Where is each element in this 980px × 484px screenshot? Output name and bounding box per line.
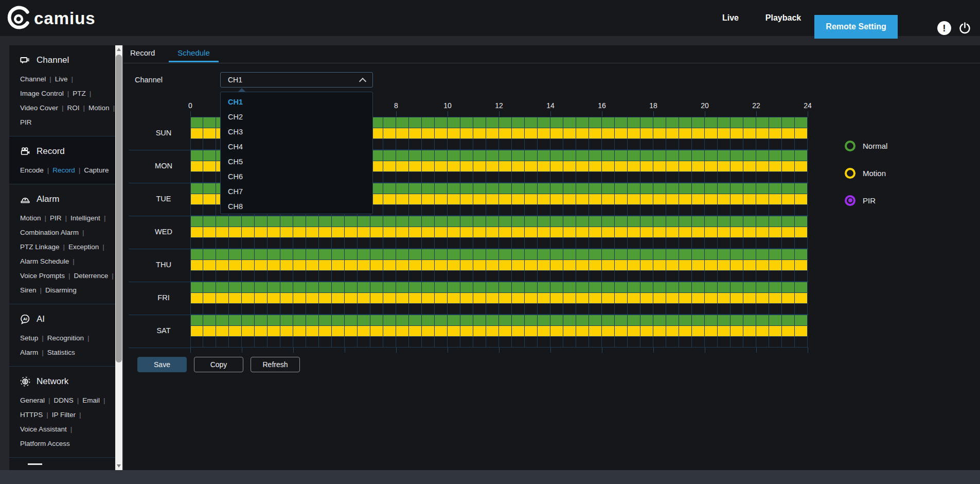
schedule-cell[interactable] [448, 117, 460, 128]
schedule-cell[interactable] [705, 282, 718, 292]
schedule-cell[interactable] [615, 271, 628, 281]
schedule-cell[interactable] [268, 337, 280, 347]
schedule-cell[interactable] [306, 227, 319, 237]
schedule-cell[interactable] [448, 205, 460, 215]
schedule-cell[interactable] [743, 128, 756, 139]
schedule-cell[interactable] [653, 337, 666, 347]
schedule-cell[interactable] [743, 161, 756, 171]
schedule-cell[interactable] [563, 128, 576, 139]
schedule-cell[interactable] [499, 117, 512, 128]
schedule-cell[interactable] [743, 304, 756, 314]
schedule-cell[interactable] [422, 260, 435, 270]
schedule-cell[interactable] [718, 315, 730, 325]
schedule-cell[interactable] [756, 326, 769, 336]
schedule-cell[interactable] [628, 337, 640, 347]
schedule-cell[interactable] [550, 205, 563, 215]
schedule-cell[interactable] [602, 161, 615, 171]
schedule-cell[interactable] [460, 337, 473, 347]
sidebar-item-deterrence[interactable]: Deterrence [74, 272, 109, 280]
schedule-cell[interactable] [255, 315, 268, 325]
schedule-cell[interactable] [422, 227, 435, 237]
schedule-cell[interactable] [409, 150, 422, 161]
schedule-cell[interactable] [242, 249, 255, 260]
schedule-cell[interactable] [448, 216, 460, 227]
power-icon[interactable] [958, 21, 972, 35]
schedule-cell[interactable] [345, 315, 358, 325]
schedule-cell[interactable] [448, 293, 460, 303]
schedule-cell[interactable] [576, 117, 589, 128]
schedule-cell[interactable] [435, 117, 448, 128]
schedule-cell[interactable] [345, 304, 358, 314]
schedule-cell[interactable] [589, 205, 602, 215]
schedule-cell[interactable] [190, 150, 203, 161]
schedule-cell[interactable] [589, 128, 602, 139]
schedule-cell[interactable] [229, 304, 242, 314]
schedule-cell[interactable] [306, 238, 319, 248]
schedule-cell[interactable] [666, 238, 679, 248]
schedule-cell[interactable] [576, 183, 589, 194]
schedule-cell[interactable] [319, 227, 332, 237]
schedule-cell[interactable] [448, 238, 460, 248]
schedule-cell[interactable] [473, 128, 486, 139]
schedule-cell[interactable] [666, 183, 679, 194]
schedule-cell[interactable] [422, 216, 435, 227]
schedule-cell[interactable] [563, 315, 576, 325]
schedule-cell[interactable] [718, 227, 730, 237]
schedule-cell[interactable] [628, 293, 640, 303]
schedule-cell[interactable] [229, 282, 242, 292]
schedule-cell[interactable] [718, 216, 730, 227]
schedule-cell[interactable] [679, 326, 692, 336]
schedule-cell[interactable] [718, 139, 730, 149]
schedule-cell[interactable] [332, 216, 345, 227]
sidebar-item-record[interactable]: Record [52, 166, 75, 174]
schedule-cell[interactable] [756, 128, 769, 139]
schedule-cell[interactable] [705, 194, 718, 204]
schedule-cell[interactable] [769, 183, 782, 194]
schedule-cell[interactable] [486, 161, 499, 171]
schedule-cell[interactable] [435, 205, 448, 215]
schedule-cell[interactable] [795, 139, 808, 149]
schedule-cell[interactable] [615, 282, 628, 292]
schedule-cell[interactable] [743, 249, 756, 260]
schedule-cell[interactable] [550, 161, 563, 171]
schedule-cell[interactable] [486, 194, 499, 204]
schedule-cell[interactable] [705, 249, 718, 260]
schedule-cell[interactable] [718, 282, 730, 292]
schedule-cell[interactable] [396, 139, 409, 149]
schedule-cell[interactable] [435, 172, 448, 182]
schedule-cell[interactable] [203, 271, 216, 281]
schedule-cell[interactable] [718, 271, 730, 281]
schedule-cell[interactable] [448, 150, 460, 161]
schedule-cell[interactable] [435, 161, 448, 171]
schedule-cell[interactable] [718, 150, 730, 161]
schedule-cell[interactable] [448, 260, 460, 270]
schedule-cell[interactable] [396, 238, 409, 248]
schedule-cell[interactable] [203, 249, 216, 260]
schedule-cell[interactable] [550, 238, 563, 248]
schedule-cell[interactable] [550, 315, 563, 325]
schedule-cell[interactable] [602, 172, 615, 182]
schedule-cell[interactable] [666, 337, 679, 347]
schedule-cell[interactable] [409, 227, 422, 237]
schedule-cell[interactable] [718, 128, 730, 139]
schedule-cell[interactable] [692, 326, 705, 336]
schedule-cell[interactable] [229, 249, 242, 260]
schedule-cell[interactable] [396, 216, 409, 227]
schedule-cell[interactable] [409, 293, 422, 303]
schedule-cell[interactable] [370, 249, 383, 260]
schedule-cell[interactable] [602, 249, 615, 260]
schedule-cell[interactable] [769, 150, 782, 161]
schedule-cell[interactable] [692, 238, 705, 248]
schedule-cell[interactable] [782, 183, 795, 194]
schedule-cell[interactable] [615, 183, 628, 194]
schedule-cell[interactable] [190, 304, 203, 314]
schedule-cell[interactable] [293, 271, 306, 281]
schedule-cell[interactable] [409, 304, 422, 314]
schedule-cell[interactable] [383, 161, 396, 171]
schedule-cell[interactable] [319, 216, 332, 227]
schedule-cell[interactable] [383, 194, 396, 204]
schedule-cell[interactable] [525, 161, 538, 171]
schedule-cell[interactable] [730, 172, 743, 182]
sidebar-item-ddns[interactable]: DDNS [54, 396, 74, 404]
schedule-cell[interactable] [589, 172, 602, 182]
